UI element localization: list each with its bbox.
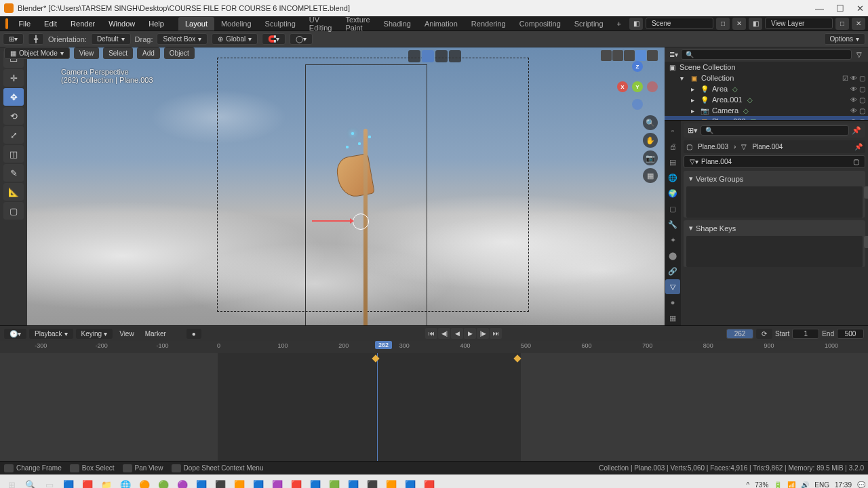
notifications-icon[interactable]: 💬 bbox=[857, 481, 865, 488]
disable-icon[interactable]: ▢ bbox=[859, 75, 865, 82]
hide-icon[interactable]: 👁 bbox=[850, 75, 857, 82]
shading-material[interactable] bbox=[624, 50, 635, 61]
timeline-track[interactable] bbox=[0, 353, 868, 461]
language-indicator[interactable]: ENG bbox=[814, 481, 829, 488]
outliner-type-icon[interactable]: ≣▾ bbox=[669, 51, 678, 58]
taskbar-app[interactable]: 🟦 bbox=[307, 477, 324, 489]
taskbar-app[interactable]: ⬛ bbox=[212, 477, 229, 489]
jump-next-button[interactable]: |▶ bbox=[477, 328, 489, 339]
outliner-item-plane003[interactable]: ▸ ▽ Plane.003 ▽ 👁▢ bbox=[665, 116, 868, 121]
shape-keys-list[interactable]: + bbox=[686, 236, 863, 267]
battery-percent[interactable]: 73% bbox=[755, 481, 768, 488]
wifi-icon[interactable]: 📶 bbox=[787, 481, 795, 488]
vertex-group-add-button[interactable]: + bbox=[864, 186, 868, 199]
play-reverse-button[interactable]: ◀ bbox=[451, 328, 463, 339]
disable-icon[interactable]: ▢ bbox=[859, 85, 865, 93]
mesh-name-field[interactable]: ▽▾ Plane.004 ▢ bbox=[684, 155, 865, 168]
timeline-ruler[interactable]: -300 -200 -100 0 100 200 300 400 500 600… bbox=[0, 341, 868, 353]
breadcrumb-mesh[interactable]: Plane.004 bbox=[752, 143, 783, 150]
prop-tab-material[interactable]: ● bbox=[665, 295, 680, 310]
menu-help[interactable]: Help bbox=[142, 18, 170, 30]
prop-tab-world[interactable]: 🌍 bbox=[665, 186, 680, 201]
snap-dropdown[interactable]: 🧲▾ bbox=[262, 33, 285, 45]
battery-icon[interactable]: 🔋 bbox=[774, 481, 782, 488]
prop-tab-physics[interactable]: ⬤ bbox=[665, 248, 680, 263]
axis-x-neg[interactable]: X bbox=[617, 81, 628, 92]
exclude-icon[interactable]: ☑ bbox=[842, 75, 848, 82]
proportional-dropdown[interactable]: ◯▾ bbox=[290, 33, 313, 45]
menu-render[interactable]: Render bbox=[64, 18, 101, 30]
axe-object[interactable] bbox=[351, 95, 378, 325]
axis-y[interactable]: Y bbox=[632, 81, 643, 92]
timeline-menu-view[interactable]: View bbox=[115, 330, 138, 338]
taskbar-app[interactable]: 📁 bbox=[98, 477, 115, 489]
3d-viewport[interactable]: Camera Perspective (262) Collection | Pl… bbox=[27, 47, 665, 325]
scene-new-icon[interactable]: □ bbox=[716, 18, 730, 30]
xray-toggle[interactable] bbox=[449, 50, 461, 62]
current-frame-field[interactable]: 262 bbox=[726, 329, 753, 339]
selectability-toggle[interactable] bbox=[408, 50, 420, 62]
end-frame-field[interactable]: 500 bbox=[837, 329, 864, 339]
start-button[interactable]: ⊞ bbox=[3, 477, 20, 489]
mode-menu-object[interactable]: Object bbox=[164, 47, 195, 59]
zoom-icon[interactable]: 🔍 bbox=[643, 115, 658, 130]
taskbar-app[interactable]: 🟥 bbox=[420, 477, 438, 489]
taskbar-app[interactable]: 🟣 bbox=[174, 477, 191, 489]
jump-end-button[interactable]: ⏭ bbox=[490, 328, 502, 339]
workspace-modeling[interactable]: Modeling bbox=[214, 17, 258, 30]
timeline-menu-playback[interactable]: Playback ▾ bbox=[29, 329, 73, 339]
chevron-down-icon[interactable]: ▾ bbox=[689, 174, 693, 183]
options-dropdown[interactable]: Options ▾ bbox=[824, 33, 865, 45]
tool-annotate[interactable]: ✎ bbox=[3, 164, 24, 182]
tray-chevron-icon[interactable]: ^ bbox=[747, 481, 750, 488]
prop-tab-constraint[interactable]: 🔗 bbox=[665, 264, 680, 279]
taskbar-app[interactable]: 🟧 bbox=[382, 477, 400, 489]
workspace-uv[interactable]: UV Editing bbox=[302, 13, 339, 35]
chevron-right-icon[interactable]: ▸ bbox=[688, 107, 697, 115]
menu-window[interactable]: Window bbox=[102, 18, 141, 30]
taskbar-app[interactable]: 🟦 bbox=[60, 477, 77, 489]
tool-move[interactable]: ✥ bbox=[3, 88, 24, 106]
workspace-layout[interactable]: Layout bbox=[178, 17, 214, 30]
tool-measure[interactable]: 📐 bbox=[3, 183, 24, 201]
tool-scale[interactable]: ⤢ bbox=[3, 126, 24, 144]
prop-tab-scene[interactable]: 🌐 bbox=[665, 170, 680, 185]
mode-menu-add[interactable]: Add bbox=[137, 47, 160, 59]
hide-icon[interactable]: 👁 bbox=[850, 96, 857, 104]
viewlayer-delete-icon[interactable]: ✕ bbox=[852, 18, 865, 30]
chevron-right-icon[interactable]: ▸ bbox=[688, 85, 697, 93]
prop-tab-data[interactable]: ▽ bbox=[665, 279, 680, 294]
start-frame-field[interactable]: 1 bbox=[792, 329, 819, 339]
taskbar-app[interactable]: 🟠 bbox=[136, 477, 153, 489]
outliner-item-camera[interactable]: ▸ 📷 Camera ◇ 👁▢ bbox=[665, 105, 868, 116]
prop-tab-particle[interactable]: ✦ bbox=[665, 232, 680, 247]
prop-tab-modifier[interactable]: 🔧 bbox=[665, 217, 680, 232]
breadcrumb-obj[interactable]: Plane.003 bbox=[698, 143, 728, 150]
prop-tab-object[interactable]: ▢ bbox=[665, 201, 680, 216]
viewlayer-field[interactable]: View Layer bbox=[765, 18, 833, 29]
scene-delete-icon[interactable]: ✕ bbox=[732, 18, 746, 30]
workspace-add[interactable]: + bbox=[610, 17, 628, 30]
workspace-compositing[interactable]: Compositing bbox=[513, 17, 568, 30]
chevron-down-icon[interactable]: ▾ bbox=[689, 224, 693, 232]
jump-start-button[interactable]: ⏮ bbox=[425, 328, 437, 339]
play-button[interactable]: ▶ bbox=[464, 328, 476, 339]
taskbar-app[interactable]: 🟧 bbox=[231, 477, 248, 489]
perspective-icon[interactable]: ▦ bbox=[643, 168, 658, 183]
taskbar-app[interactable]: ⬛ bbox=[363, 477, 381, 489]
taskbar-app[interactable]: 🟦 bbox=[250, 477, 267, 489]
outliner-filter-icon[interactable]: ▽ bbox=[854, 51, 864, 58]
taskbar-app[interactable]: 🟥 bbox=[79, 477, 96, 489]
outliner-scene-collection[interactable]: ▣ Scene Collection bbox=[665, 62, 868, 73]
tool-cursor[interactable]: ✛ bbox=[3, 69, 24, 87]
shading-options[interactable] bbox=[647, 50, 658, 61]
mode-dropdown[interactable]: ▦ Object Mode ▾ bbox=[4, 47, 70, 59]
editor-type-dropdown[interactable]: ⊞▾ bbox=[3, 33, 24, 45]
playhead[interactable] bbox=[377, 353, 378, 461]
outliner-item-area001[interactable]: ▸ 💡 Area.001 ◇ 👁▢ bbox=[665, 94, 868, 105]
search-icon[interactable]: 🔍 bbox=[22, 477, 39, 489]
prop-tab-render[interactable]: ▫ bbox=[665, 123, 680, 138]
axis-z[interactable]: Z bbox=[632, 61, 643, 72]
prop-tab-viewlayer[interactable]: ▤ bbox=[665, 155, 680, 169]
props-type-icon[interactable]: ⊞▾ bbox=[688, 126, 698, 135]
